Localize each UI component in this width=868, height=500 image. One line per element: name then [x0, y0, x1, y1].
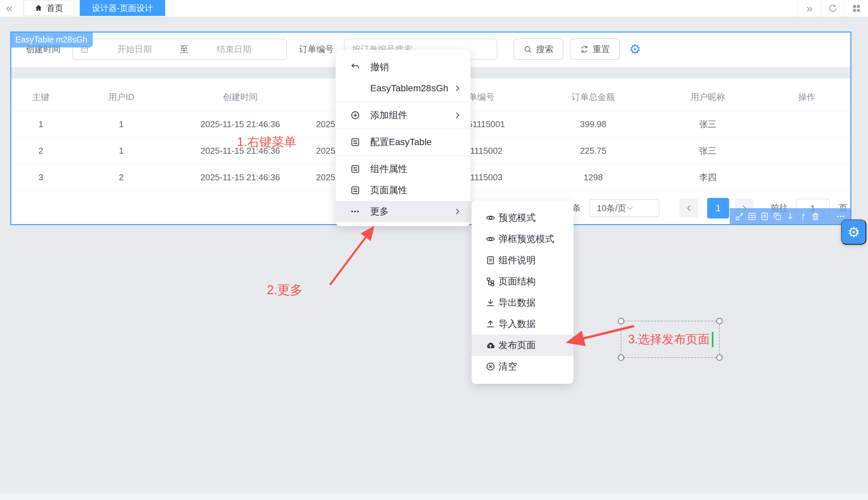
annotation-step1: 1.右键菜单 [237, 134, 297, 150]
menu-item-label: 撤销 [370, 61, 389, 73]
arrow-down-icon[interactable] [785, 212, 795, 221]
start-date-placeholder[interactable]: 开始日期 [89, 44, 180, 55]
table-header-cell: 用户ID [108, 91, 134, 103]
menu-item-label: EasyTablem28sGh [370, 83, 448, 94]
prev-page-button[interactable] [680, 198, 698, 218]
document-icon[interactable] [760, 212, 770, 221]
annotation-step2: 2.更多 [267, 282, 303, 298]
component-action-toolbar [730, 208, 850, 225]
component-selection-label: EasyTable m28sGh [11, 33, 93, 47]
menu-item-label: 页面结构 [499, 275, 536, 288]
gear-icon: ⚙ [847, 224, 860, 240]
menu-item-label: 发布页面 [499, 339, 536, 352]
table-cell: 2 [119, 172, 124, 183]
search-button-label: 搜索 [536, 44, 554, 55]
resize-handle[interactable] [618, 354, 624, 361]
page-size-select[interactable]: 10条/页 [589, 199, 659, 217]
table-cell: 李四 [699, 172, 716, 183]
menu-divider [336, 155, 470, 156]
top-tab-bar: « 首页 设计器-页面设计 » [0, 0, 868, 17]
end-date-placeholder[interactable]: 结束日期 [189, 44, 280, 55]
tab-grid-button[interactable] [844, 0, 868, 16]
table-cell: 2025 [316, 119, 335, 129]
chevron-right-icon [453, 84, 462, 93]
download-icon [486, 298, 499, 308]
table-cell: 张三 [699, 145, 716, 157]
menu-item[interactable]: 组件属性 [336, 158, 470, 180]
refresh-tab-button[interactable] [821, 0, 844, 16]
resize-icon[interactable] [734, 212, 744, 221]
refresh-icon [828, 3, 838, 13]
menu-item[interactable]: 配置EasyTable [336, 132, 470, 153]
selected-text-element[interactable]: 3.选择发布页面 [621, 321, 720, 358]
menu-item[interactable]: 更多 [336, 201, 470, 222]
menu-item[interactable]: 添加组件 [336, 105, 470, 126]
reset-button[interactable]: 重置 [570, 38, 620, 60]
copy-icon[interactable] [772, 212, 782, 221]
settings-card-icon[interactable] [747, 212, 757, 221]
refresh-icon[interactable] [823, 212, 833, 221]
more-dots-icon [350, 206, 370, 216]
table-cell: 399.98 [580, 119, 607, 129]
chevron-down-icon [626, 204, 634, 212]
table-header-cell: 用户昵称 [691, 91, 725, 103]
circle-x-icon [486, 362, 499, 372]
table-cell: 1298 [583, 172, 603, 183]
tree-icon [486, 276, 499, 286]
tab-home[interactable]: 首页 [24, 0, 74, 16]
arrow-up-icon[interactable] [798, 212, 808, 221]
table-header-cell: 单编号 [469, 91, 494, 103]
table-cell: 2025 [316, 172, 335, 183]
menu-item[interactable]: 撤销 [336, 56, 470, 78]
cloud-upload-icon [486, 340, 499, 350]
menu-item[interactable]: 导出数据 [471, 292, 574, 314]
menu-item[interactable]: 组件说明 [471, 250, 574, 271]
resize-handle[interactable] [716, 318, 723, 325]
tab-page-designer-label: 设计器-页面设计 [92, 3, 153, 14]
menu-item[interactable]: 发布页面 [471, 335, 574, 356]
expand-tabs-button[interactable]: » [798, 0, 821, 16]
menu-item-label: 页面属性 [370, 184, 408, 196]
upload-icon [486, 319, 499, 329]
menu-item-label: 导出数据 [499, 296, 536, 309]
column-settings-gear-icon[interactable]: ⚙ [629, 43, 641, 56]
home-icon [35, 4, 43, 12]
trash-icon[interactable] [811, 212, 821, 221]
resize-handle[interactable] [716, 354, 723, 361]
menu-item[interactable]: 清空 [471, 356, 574, 377]
plus-circle-icon [350, 110, 370, 120]
eye-icon [486, 234, 499, 244]
designer-settings-fab[interactable]: ⚙ [841, 219, 866, 245]
table-cell: 3 [38, 172, 43, 183]
menu-item-label: 清空 [499, 360, 517, 373]
chevron-right-icon [453, 207, 462, 216]
table-header-cell: 主键 [32, 91, 49, 103]
table-cell: 2 [38, 146, 43, 156]
context-menu: 撤销EasyTablem28sGh添加组件配置EasyTable组件属性页面属性… [336, 50, 470, 226]
table-cell: 1 [38, 119, 43, 129]
date-range-picker[interactable]: 开始日期 至 结束日期 [73, 38, 287, 60]
menu-item[interactable]: 预览模式 [471, 207, 574, 228]
menu-item-label: 更多 [370, 205, 389, 218]
tab-home-label: 首页 [46, 3, 63, 14]
more-submenu: 预览模式弹框预览模式组件说明页面结构导出数据导入数据发布页面清空 [471, 201, 574, 384]
menu-item-label: 组件属性 [370, 163, 408, 175]
menu-item-label: 配置EasyTable [370, 136, 432, 148]
menu-item[interactable]: 页面属性 [336, 180, 470, 201]
text-cursor [712, 332, 713, 347]
chevron-right-icon [453, 111, 462, 120]
settings-card-icon [350, 137, 370, 147]
search-button[interactable]: 搜索 [513, 38, 563, 60]
tab-page-designer[interactable]: 设计器-页面设计 [80, 0, 165, 16]
current-page-button[interactable]: 1 [707, 198, 729, 218]
table-cell: 张三 [699, 118, 716, 130]
menu-item[interactable]: EasyTablem28sGh [336, 78, 470, 99]
document-icon [486, 255, 499, 265]
menu-item-label: 弹框预览模式 [499, 233, 554, 245]
menu-item[interactable]: 页面结构 [471, 271, 574, 292]
collapse-tabs-icon[interactable]: « [6, 0, 13, 16]
menu-item[interactable]: 导入数据 [471, 314, 574, 335]
menu-item[interactable]: 弹框预览模式 [471, 228, 574, 250]
table-header-cell: 创建时间 [223, 91, 257, 103]
resize-handle[interactable] [618, 318, 624, 325]
